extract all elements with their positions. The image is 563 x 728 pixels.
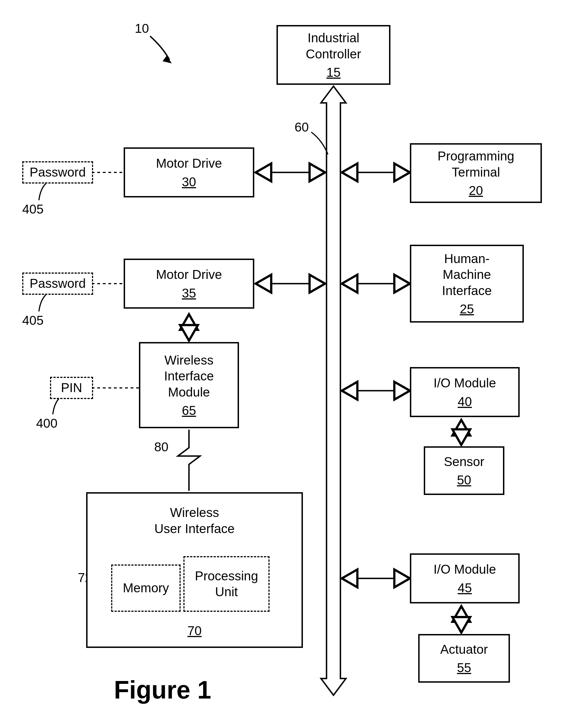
password-bottom-label: Password — [30, 276, 86, 292]
callout-400 — [53, 398, 60, 414]
actuator-box: Actuator 55 — [418, 634, 510, 683]
processing-unit-box: Processing Unit — [184, 556, 270, 612]
wireless-user-interface-ref: 70 — [187, 623, 202, 638]
programming-terminal-label: Programming Terminal — [437, 148, 514, 180]
hmi-box: Human- Machine Interface 25 — [410, 245, 524, 323]
io-module-45-label: I/O Module — [433, 561, 496, 578]
wireless-link — [178, 430, 200, 491]
industrial-controller-label: Industrial Controller — [306, 30, 361, 62]
motor-drive-30-ref: 30 — [182, 174, 196, 189]
wireless-interface-module-box: Wireless Interface Module 65 — [139, 342, 239, 428]
io-module-40-label: I/O Module — [433, 375, 496, 391]
motor-drive-30-box: Motor Drive 30 — [124, 147, 254, 197]
io-module-45-box: I/O Module 45 — [410, 553, 520, 603]
password-ref-top: 405 — [22, 202, 44, 217]
motor-drive-35-box: Motor Drive 35 — [124, 259, 254, 309]
sensor-label: Sensor — [444, 454, 484, 470]
figure-title: Figure 1 — [114, 676, 211, 704]
password-top-box: Password — [22, 161, 93, 184]
io-module-40-box: I/O Module 40 — [410, 367, 520, 417]
bus-ref-leader — [311, 132, 328, 154]
io-module-40-ref: 40 — [458, 394, 472, 409]
programming-terminal-box: Programming Terminal 20 — [410, 143, 542, 203]
actuator-label: Actuator — [440, 642, 488, 658]
callout-405-bottom — [39, 295, 46, 311]
io-module-45-ref: 45 — [458, 580, 472, 595]
password-top-label: Password — [30, 164, 86, 180]
wireless-interface-module-ref: 65 — [182, 403, 196, 418]
processing-unit-label: Processing Unit — [195, 568, 258, 600]
pin-ref: 400 — [36, 416, 58, 431]
callout-405-top — [39, 184, 46, 200]
password-ref-bottom: 405 — [22, 313, 44, 328]
sensor-box: Sensor 50 — [424, 446, 504, 495]
memory-label: Memory — [123, 580, 169, 596]
wireless-link-ref: 80 — [154, 439, 168, 454]
memory-box: Memory — [111, 564, 181, 612]
pin-box: PIN — [50, 377, 93, 399]
system-ref: 10 — [135, 21, 149, 36]
motor-drive-35-ref: 35 — [182, 286, 196, 301]
wireless-user-interface-label: Wireless User Interface — [155, 505, 235, 537]
pin-label: PIN — [61, 380, 82, 396]
industrial-controller-ref: 15 — [326, 65, 340, 80]
motor-drive-30-label: Motor Drive — [156, 155, 222, 172]
motor-drive-35-label: Motor Drive — [156, 267, 222, 283]
hmi-label: Human- Machine Interface — [442, 251, 492, 299]
programming-terminal-ref: 20 — [469, 183, 483, 198]
bus-ref: 60 — [294, 120, 309, 135]
password-bottom-box: Password — [22, 273, 93, 295]
hmi-ref: 25 — [460, 301, 474, 316]
wireless-interface-module-label: Wireless Interface Module — [164, 352, 214, 400]
sensor-ref: 50 — [457, 472, 471, 487]
actuator-ref: 55 — [457, 660, 471, 675]
industrial-controller-box: Industrial Controller 15 — [277, 25, 390, 85]
